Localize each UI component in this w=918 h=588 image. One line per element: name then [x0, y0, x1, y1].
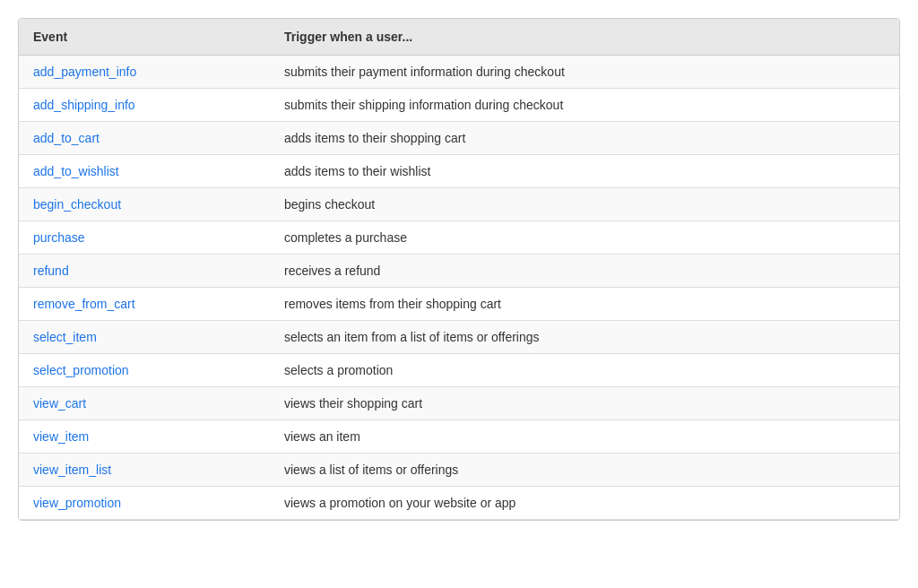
table-row: add_to_cartadds items to their shopping …: [19, 122, 899, 155]
table-row: begin_checkoutbegins checkout: [19, 188, 899, 221]
events-table: Event Trigger when a user... add_payment…: [19, 19, 899, 520]
event-name-cell[interactable]: add_to_cart: [19, 122, 270, 155]
table-row: purchasecompletes a purchase: [19, 221, 899, 255]
event-name-cell[interactable]: add_to_wishlist: [19, 155, 270, 188]
trigger-description-cell: begins checkout: [270, 188, 899, 221]
trigger-description-cell: completes a purchase: [270, 221, 899, 255]
table-row: view_itemviews an item: [19, 420, 899, 454]
trigger-description-cell: views an item: [270, 420, 899, 454]
trigger-description-cell: submits their payment information during…: [270, 56, 899, 89]
trigger-description-cell: removes items from their shopping cart: [270, 288, 899, 321]
trigger-description-cell: views their shopping cart: [270, 387, 899, 420]
table-row: add_payment_infosubmits their payment in…: [19, 56, 899, 89]
event-name-cell[interactable]: select_promotion: [19, 354, 270, 387]
event-name-cell[interactable]: remove_from_cart: [19, 288, 270, 321]
column-header-event: Event: [19, 19, 270, 56]
trigger-description-cell: adds items to their wishlist: [270, 155, 899, 188]
event-name-cell[interactable]: view_item: [19, 420, 270, 454]
event-name-cell[interactable]: add_payment_info: [19, 56, 270, 89]
trigger-description-cell: views a list of items or offerings: [270, 454, 899, 487]
table-row: remove_from_cartremoves items from their…: [19, 288, 899, 321]
event-name-cell[interactable]: add_shipping_info: [19, 89, 270, 122]
event-name-cell[interactable]: view_item_list: [19, 454, 270, 487]
table-row: select_promotionselects a promotion: [19, 354, 899, 387]
event-name-cell[interactable]: view_cart: [19, 387, 270, 420]
event-name-cell[interactable]: purchase: [19, 221, 270, 255]
trigger-description-cell: submits their shipping information durin…: [270, 89, 899, 122]
trigger-description-cell: selects an item from a list of items or …: [270, 321, 899, 354]
event-name-cell[interactable]: view_promotion: [19, 487, 270, 520]
table-header-row: Event Trigger when a user...: [19, 19, 899, 56]
trigger-description-cell: selects a promotion: [270, 354, 899, 387]
table-row: add_to_wishlistadds items to their wishl…: [19, 155, 899, 188]
trigger-description-cell: receives a refund: [270, 255, 899, 288]
table-row: add_shipping_infosubmits their shipping …: [19, 89, 899, 122]
event-name-cell[interactable]: refund: [19, 255, 270, 288]
events-table-container: Event Trigger when a user... add_payment…: [18, 18, 900, 521]
trigger-description-cell: views a promotion on your website or app: [270, 487, 899, 520]
event-name-cell[interactable]: begin_checkout: [19, 188, 270, 221]
table-row: view_cartviews their shopping cart: [19, 387, 899, 420]
trigger-description-cell: adds items to their shopping cart: [270, 122, 899, 155]
event-name-cell[interactable]: select_item: [19, 321, 270, 354]
column-header-trigger: Trigger when a user...: [270, 19, 899, 56]
table-row: select_itemselects an item from a list o…: [19, 321, 899, 354]
table-row: view_item_listviews a list of items or o…: [19, 454, 899, 487]
table-row: refundreceives a refund: [19, 255, 899, 288]
table-row: view_promotionviews a promotion on your …: [19, 487, 899, 520]
